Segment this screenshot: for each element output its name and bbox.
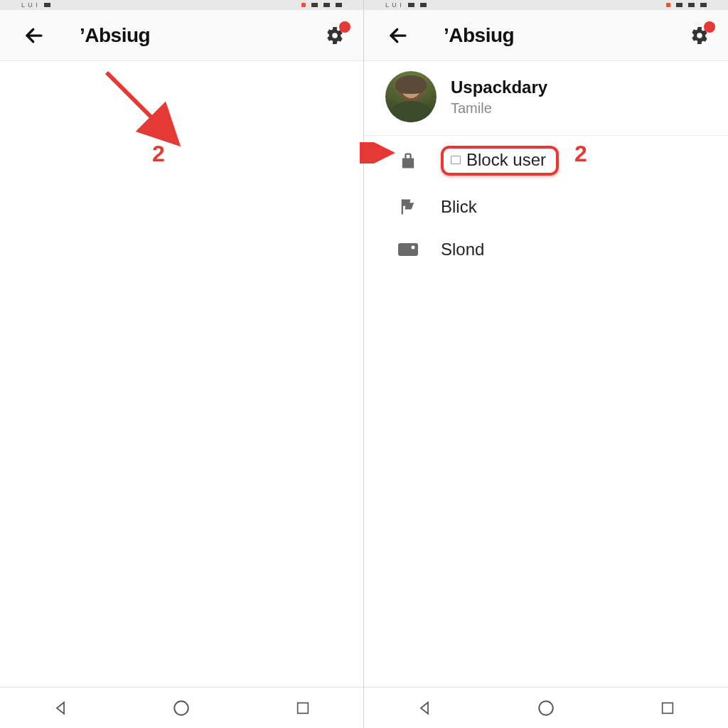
annotation-step-number: 2 <box>574 141 587 167</box>
svg-point-9 <box>412 246 415 250</box>
card-icon <box>397 238 419 261</box>
back-button[interactable] <box>20 21 48 50</box>
back-button[interactable] <box>384 21 412 50</box>
app-header: ’Absiug <box>0 10 363 61</box>
page-title: ’Absiug <box>444 24 514 47</box>
page-title: ’Absiug <box>80 24 150 47</box>
profile-row[interactable]: Uspackdary Tamile <box>364 61 728 136</box>
square-recents-icon <box>295 700 311 716</box>
svg-rect-3 <box>297 702 308 713</box>
nav-home-button[interactable] <box>168 695 195 722</box>
nav-recents-button[interactable] <box>654 695 681 722</box>
annotation-step-number: 2 <box>152 141 165 167</box>
android-nav-bar <box>364 687 728 728</box>
menu-item-block-user[interactable]: Block user <box>364 136 728 186</box>
settings-button[interactable] <box>321 21 349 50</box>
nav-recents-button[interactable] <box>289 695 316 722</box>
triangle-back-icon <box>416 700 433 717</box>
circle-home-icon <box>537 699 555 717</box>
arrow-left-icon <box>387 25 409 46</box>
svg-rect-7 <box>402 200 403 215</box>
circle-home-icon <box>172 699 191 717</box>
svg-line-1 <box>107 73 178 144</box>
nav-back-button[interactable] <box>411 695 438 722</box>
android-nav-bar <box>0 687 363 728</box>
square-recents-icon <box>660 700 675 716</box>
block-user-icon <box>397 149 419 172</box>
menu-item-label: Block user <box>466 150 546 170</box>
phone-screenshot-left: L U I ’Absiug 2 <box>0 0 364 728</box>
content-area: Uspackdary Tamile Block user Bli <box>364 61 728 687</box>
menu-item-slond[interactable]: Slond <box>364 228 728 271</box>
arrow-left-icon <box>23 25 45 46</box>
svg-point-11 <box>539 701 553 715</box>
menu-item-label: Slond <box>441 240 484 259</box>
status-bar: L U I <box>0 0 363 10</box>
annotation-arrow-icon <box>100 65 199 158</box>
avatar <box>385 71 437 122</box>
svg-point-2 <box>175 701 189 715</box>
phone-screenshot-right: L U I ’Absiug Uspackdary Tamile <box>364 0 728 728</box>
notification-badge-icon <box>704 21 715 33</box>
notification-badge-icon <box>339 21 350 33</box>
flag-icon <box>397 196 419 218</box>
checkbox-icon <box>451 156 461 164</box>
menu-item-blick[interactable]: Blick <box>364 186 728 228</box>
profile-name: Uspackdary <box>451 77 547 97</box>
profile-text: Uspackdary Tamile <box>451 77 547 117</box>
annotation-highlight-box: Block user <box>441 146 559 176</box>
nav-back-button[interactable] <box>47 695 74 722</box>
triangle-back-icon <box>52 700 69 717</box>
app-header: ’Absiug <box>364 10 728 61</box>
settings-button[interactable] <box>685 21 714 50</box>
svg-rect-12 <box>662 702 673 713</box>
svg-rect-8 <box>398 243 418 256</box>
nav-home-button[interactable] <box>532 695 560 722</box>
menu-item-label: Blick <box>441 197 477 217</box>
content-area: 2 <box>0 61 363 687</box>
status-bar: L U I <box>364 0 728 10</box>
profile-subtitle: Tamile <box>451 100 547 117</box>
